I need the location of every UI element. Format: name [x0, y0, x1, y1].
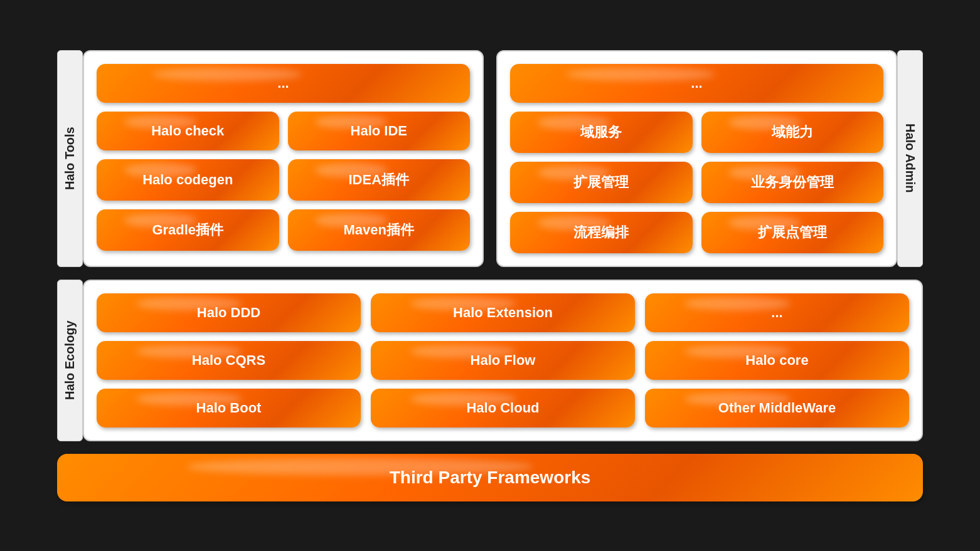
halo-admin-content: ... 域服务 域能力 扩展管理 业务身份管理 流程编排 扩展点管理: [510, 64, 883, 253]
halo-admin-section: ... 域服务 域能力 扩展管理 业务身份管理 流程编排 扩展点管理 Halo …: [496, 50, 923, 267]
ecology-grid: Halo DDD Halo CQRS Halo Boot Halo Extens…: [97, 293, 909, 428]
halo-tools-section: Halo Tools ... Halo check Halo IDE Halo …: [57, 50, 484, 267]
halo-admin-top-btn[interactable]: ...: [510, 64, 883, 103]
halo-tools-label: Halo Tools: [57, 50, 83, 267]
maven-plugin-btn[interactable]: Maven插件: [288, 209, 471, 251]
halo-tools-grid: Halo check Halo IDE Halo codegen IDEA插件 …: [97, 112, 470, 251]
ecology-col-3: ... Halo core Other MiddleWare: [645, 293, 909, 428]
process-orchestration-btn[interactable]: 流程编排: [510, 212, 693, 253]
diagram-container: Halo Tools ... Halo check Halo IDE Halo …: [45, 31, 935, 520]
halo-tools-top-btn[interactable]: ...: [97, 64, 470, 103]
ecology-col-2: Halo Extension Halo Flow Halo Cloud: [371, 293, 635, 428]
domain-capability-btn[interactable]: 域能力: [701, 112, 884, 153]
halo-tools-content: ... Halo check Halo IDE Halo codegen IDE…: [97, 64, 470, 251]
halo-flow-btn[interactable]: Halo Flow: [371, 341, 635, 380]
halo-cloud-btn[interactable]: Halo Cloud: [371, 389, 635, 428]
halo-admin-panel: ... 域服务 域能力 扩展管理 业务身份管理 流程编排 扩展点管理: [496, 50, 897, 267]
halo-core-btn[interactable]: Halo core: [645, 341, 909, 380]
halo-boot-btn[interactable]: Halo Boot: [97, 389, 361, 428]
domain-service-btn[interactable]: 域服务: [510, 112, 693, 153]
halo-ddd-btn[interactable]: Halo DDD: [97, 293, 361, 332]
halo-cqrs-btn[interactable]: Halo CQRS: [97, 341, 361, 380]
extension-mgmt-btn[interactable]: 扩展管理: [510, 162, 693, 203]
halo-check-btn[interactable]: Halo check: [97, 112, 279, 150]
halo-tools-panel: ... Halo check Halo IDE Halo codegen IDE…: [83, 50, 484, 267]
halo-ecology-section: Halo Ecology Halo DDD Halo CQRS Halo Boo…: [57, 280, 923, 441]
other-middleware-btn[interactable]: Other MiddleWare: [645, 389, 909, 428]
extension-point-btn[interactable]: 扩展点管理: [701, 212, 884, 253]
halo-ide-btn[interactable]: Halo IDE: [288, 112, 471, 150]
biz-identity-btn[interactable]: 业务身份管理: [701, 162, 884, 203]
halo-admin-label: Halo Admin: [897, 50, 923, 267]
halo-ecology-panel: Halo DDD Halo CQRS Halo Boot Halo Extens…: [83, 280, 923, 441]
halo-admin-grid: 域服务 域能力 扩展管理 业务身份管理 流程编排 扩展点管理: [510, 112, 883, 253]
ecology-col-1: Halo DDD Halo CQRS Halo Boot: [97, 293, 361, 428]
halo-codegen-btn[interactable]: Halo codegen: [97, 159, 279, 201]
top-row: Halo Tools ... Halo check Halo IDE Halo …: [57, 50, 923, 267]
idea-plugin-btn[interactable]: IDEA插件: [288, 159, 471, 201]
halo-ecology-label: Halo Ecology: [57, 280, 83, 441]
third-party-btn[interactable]: Third Party Frameworks: [57, 454, 923, 501]
ecology-dots-btn[interactable]: ...: [645, 293, 909, 332]
halo-extension-btn[interactable]: Halo Extension: [371, 293, 635, 332]
gradle-plugin-btn[interactable]: Gradle插件: [97, 209, 279, 251]
